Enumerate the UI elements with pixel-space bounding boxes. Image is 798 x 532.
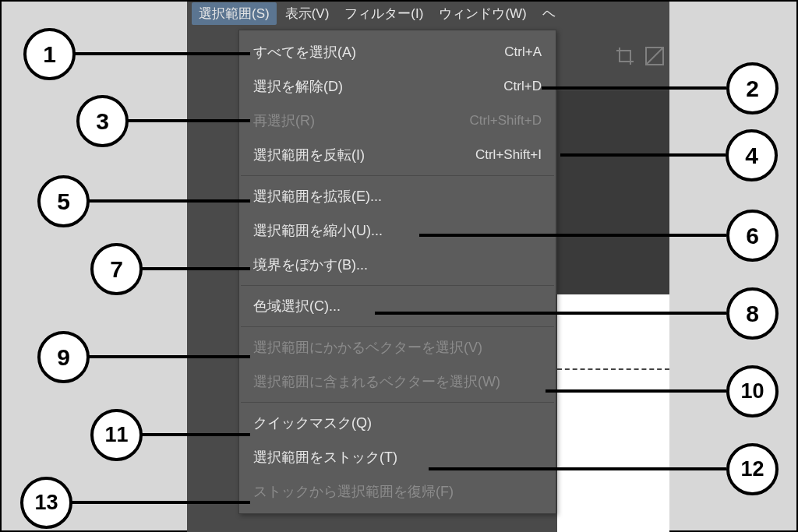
annotation-circle-3: 3: [76, 95, 129, 147]
annotation-number: 12: [740, 457, 764, 481]
menu-item-label: 選択範囲を反転(I): [253, 146, 365, 164]
annotation-number: 13: [34, 491, 58, 515]
annotation-circle-8: 8: [726, 287, 779, 340]
menu-item-label: 選択範囲を拡張(E)...: [253, 187, 382, 206]
menu-item-label: 色域選択(C)...: [253, 297, 341, 315]
annotation-leader-8: [375, 312, 726, 315]
annotation-number: 4: [745, 143, 758, 169]
annotation-number: 7: [110, 256, 123, 283]
menu-item-label: 選択範囲に含まれるベクターを選択(W): [253, 372, 500, 391]
menu-item-3[interactable]: 選択範囲を反転(I)Ctrl+Shift+I: [239, 138, 556, 172]
menu-item-label: 選択範囲を縮小(U)...: [253, 221, 383, 240]
menu-item-label: 選択を解除(D): [253, 77, 343, 96]
menu-item-6[interactable]: 選択範囲を縮小(U)...: [239, 213, 556, 248]
annotation-number: 9: [57, 344, 70, 371]
annotation-circle-11: 11: [90, 409, 143, 461]
menu-item-shortcut: Ctrl+A: [504, 44, 542, 60]
menu-item-label: すべてを選択(A): [253, 43, 356, 62]
menu-item-9[interactable]: 色域選択(C)...: [239, 289, 556, 323]
annotation-number: 6: [746, 223, 759, 249]
menubar-item-label: フィルター(I): [344, 6, 423, 21]
menu-item-label: 選択範囲をストック(T): [253, 448, 397, 467]
annotation-leader-4: [560, 153, 726, 157]
menu-item-label: ストックから選択範囲を復帰(F): [253, 482, 454, 501]
menu-item-0[interactable]: すべてを選択(A)Ctrl+A: [239, 35, 556, 69]
diagonal-icon: [641, 43, 668, 69]
annotation-circle-10: 10: [726, 365, 779, 417]
menu-separator: [241, 326, 554, 327]
menubar-item-1[interactable]: 表示(V): [278, 2, 337, 25]
annotation-leader-6: [419, 234, 726, 237]
menu-item-12: 選択範囲に含まれるベクターを選択(W): [239, 365, 556, 399]
annotation-circle-12: 12: [726, 443, 779, 495]
menu-separator: [241, 285, 554, 286]
screenshot-frame: 選択範囲(S)表示(V)フィルター(I)ウィンドウ(W)ヘ すべてを選択(A)C…: [0, 0, 798, 532]
menu-item-label: クイックマスク(Q): [253, 414, 372, 432]
annotation-circle-5: 5: [37, 175, 90, 227]
annotation-circle-4: 4: [726, 129, 778, 181]
annotation-leader-12: [429, 467, 726, 470]
selection-menu-dropdown: すべてを選択(A)Ctrl+A選択を解除(D)Ctrl+D再選択(R)Ctrl+…: [238, 30, 556, 514]
annotation-leader-10: [546, 389, 726, 393]
menu-separator: [241, 175, 554, 176]
menu-item-14[interactable]: クイックマスク(Q): [239, 406, 556, 440]
menu-item-1[interactable]: 選択を解除(D)Ctrl+D: [239, 69, 556, 104]
crop-icon: [612, 43, 638, 69]
menu-item-label: 再選択(R): [253, 111, 315, 130]
menubar-item-label: 表示(V): [285, 6, 330, 21]
annotation-number: 3: [96, 108, 109, 135]
annotation-leader-11: [142, 433, 250, 436]
menubar-item-3[interactable]: ウィンドウ(W): [432, 2, 533, 25]
annotation-leader-3: [128, 119, 250, 122]
menu-item-7[interactable]: 境界をぼかす(B)...: [239, 248, 556, 282]
menu-item-shortcut: Ctrl+D: [503, 79, 542, 94]
menubar-item-label: ウィンドウ(W): [439, 6, 526, 21]
menu-item-shortcut: Ctrl+Shift+I: [475, 147, 542, 163]
annotation-number: 10: [740, 379, 764, 403]
annotation-leader-5: [89, 199, 250, 203]
annotation-circle-7: 7: [90, 243, 143, 295]
annotation-number: 5: [57, 188, 70, 215]
annotation-circle-9: 9: [37, 331, 90, 383]
annotation-leader-1: [75, 52, 250, 55]
annotation-circle-1: 1: [23, 28, 76, 80]
annotation-circle-2: 2: [726, 62, 779, 115]
menubar-item-label: 選択範囲(S): [199, 6, 270, 21]
menu-item-16: ストックから選択範囲を復帰(F): [239, 474, 556, 509]
annotation-leader-13: [72, 501, 250, 504]
annotation-number: 11: [104, 423, 128, 447]
annotation-leader-9: [89, 355, 250, 358]
annotation-leader-7: [142, 267, 250, 270]
menu-item-label: 境界をぼかす(B)...: [253, 255, 368, 274]
menubar-item-label: ヘ: [542, 6, 556, 21]
menu-item-5[interactable]: 選択範囲を拡張(E)...: [239, 179, 556, 213]
menu-bar: 選択範囲(S)表示(V)フィルター(I)ウィンドウ(W)ヘ: [187, 2, 669, 25]
canvas-white-area: [557, 294, 669, 532]
annotation-number: 2: [746, 76, 759, 102]
menu-item-label: 選択範囲にかかるベクターを選択(V): [253, 338, 482, 357]
annotation-number: 1: [43, 41, 56, 68]
menu-item-shortcut: Ctrl+Shift+D: [469, 113, 542, 129]
annotation-number: 8: [746, 301, 759, 327]
canvas-dashed-line: [557, 368, 669, 370]
toolbar-icons-partial: [612, 33, 669, 79]
menu-separator: [241, 402, 554, 403]
app-panel: 選択範囲(S)表示(V)フィルター(I)ウィンドウ(W)ヘ すべてを選択(A)C…: [187, 2, 669, 532]
menu-item-11: 選択範囲にかかるベクターを選択(V): [239, 330, 556, 365]
annotation-circle-6: 6: [726, 210, 779, 262]
menubar-item-2[interactable]: フィルター(I): [337, 2, 430, 25]
menubar-item-0[interactable]: 選択範囲(S): [192, 2, 277, 25]
annotation-leader-2: [542, 86, 726, 90]
menubar-item-4[interactable]: ヘ: [535, 2, 563, 25]
annotation-circle-13: 13: [20, 477, 72, 529]
menu-item-2: 再選択(R)Ctrl+Shift+D: [239, 104, 556, 138]
